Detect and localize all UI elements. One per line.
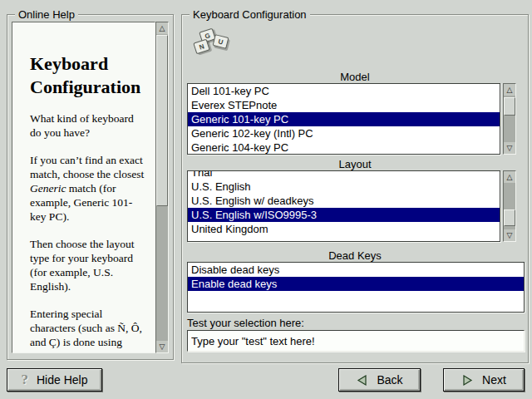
layout-item-selected[interactable]: U.S. English w/ISO9995-3 bbox=[188, 208, 500, 222]
keyboard-key-u: U bbox=[213, 34, 229, 49]
scroll-up-icon[interactable]: △ bbox=[504, 84, 515, 96]
layout-label: Layout bbox=[181, 158, 529, 170]
help-scrollbar[interactable]: △ ▽ bbox=[155, 22, 169, 353]
help-paragraph: Entering special characters (such as Ñ, … bbox=[30, 307, 145, 353]
next-arrow-icon bbox=[461, 374, 474, 387]
keyboard-configuration-frame-label: Keyboard Configuration bbox=[190, 8, 310, 21]
scroll-up-icon[interactable]: △ bbox=[504, 171, 515, 183]
model-item[interactable]: Generic 102-key (Intl) PC bbox=[188, 126, 500, 140]
model-scrollbar-thumb[interactable] bbox=[504, 97, 515, 116]
back-button[interactable]: Back bbox=[338, 368, 421, 392]
back-button-label: Back bbox=[377, 373, 402, 387]
online-help-frame-label: Online Help bbox=[15, 8, 78, 21]
keyboard-keys-icon: G N U bbox=[193, 30, 233, 62]
help-scrollbar-thumb[interactable] bbox=[156, 35, 168, 206]
layout-list: Thai U.S. English U.S. English w/ deadke… bbox=[187, 170, 500, 242]
scroll-down-icon[interactable]: ▽ bbox=[504, 142, 515, 154]
model-label: Model bbox=[181, 71, 529, 83]
model-list: Dell 101-key PC Everex STEPnote Generic … bbox=[187, 83, 500, 155]
question-mark-icon: ? bbox=[22, 372, 29, 388]
help-paragraph: Then choose the layout type for your key… bbox=[30, 237, 145, 293]
dead-keys-label: Dead Keys bbox=[181, 249, 529, 262]
model-item[interactable]: Dell 101-key PC bbox=[188, 84, 500, 98]
help-text: If you can’t find an exact match, choose… bbox=[30, 154, 144, 180]
model-item[interactable]: Generic 104-key PC bbox=[188, 140, 500, 155]
test-input[interactable] bbox=[187, 330, 525, 352]
next-button[interactable]: Next bbox=[443, 368, 525, 392]
dead-keys-list: Disable dead keys Enable dead keys bbox=[187, 262, 525, 313]
dead-keys-item[interactable]: Disable dead keys bbox=[188, 263, 524, 277]
help-text-area: Keyboard Configuration What kind of keyb… bbox=[12, 22, 155, 353]
layout-item[interactable]: U.S. English bbox=[188, 180, 500, 194]
layout-item[interactable]: U.S. English w/ deadkeys bbox=[188, 194, 500, 208]
next-button-label: Next bbox=[482, 373, 506, 387]
model-item[interactable]: Everex STEPnote bbox=[188, 98, 500, 112]
scroll-down-icon[interactable]: ▽ bbox=[504, 229, 515, 241]
help-text-italic: Generic bbox=[30, 182, 66, 195]
layout-scrollbar-thumb[interactable] bbox=[504, 209, 515, 226]
back-arrow-icon bbox=[356, 374, 368, 387]
test-selection-label: Test your selection here: bbox=[187, 317, 304, 329]
model-item-selected[interactable]: Generic 101-key PC bbox=[188, 112, 500, 126]
layout-item[interactable]: United Kingdom bbox=[188, 222, 500, 236]
scroll-up-icon[interactable]: △ bbox=[156, 22, 168, 34]
help-paragraph: What kind of keyboard do you have? bbox=[30, 111, 145, 140]
help-paragraph: If you can’t find an exact match, choose… bbox=[30, 153, 145, 224]
scroll-down-icon[interactable]: ▽ bbox=[156, 341, 168, 352]
model-scrollbar[interactable]: △ ▽ bbox=[503, 83, 516, 155]
layout-item[interactable]: Thai bbox=[188, 170, 500, 180]
layout-scrollbar[interactable]: △ ▽ bbox=[503, 170, 516, 242]
hide-help-button[interactable]: ? Hide Help bbox=[7, 368, 102, 392]
help-content: Keyboard Configuration What kind of keyb… bbox=[12, 22, 155, 353]
dead-keys-item-selected[interactable]: Enable dead keys bbox=[188, 277, 524, 291]
help-title: Keyboard Configuration bbox=[30, 52, 145, 99]
hide-help-button-label: Hide Help bbox=[37, 373, 87, 387]
